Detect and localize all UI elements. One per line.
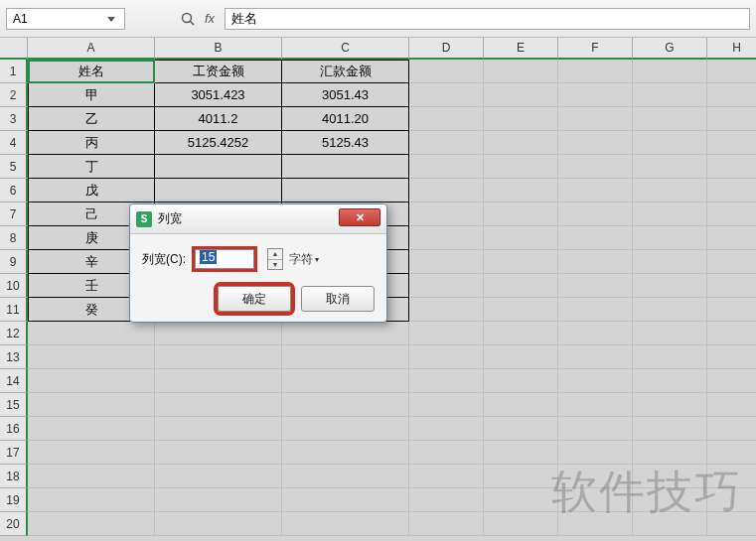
cell-E15[interactable] bbox=[484, 393, 558, 417]
cell-B3[interactable]: 4011.2 bbox=[155, 107, 282, 131]
column-header-C[interactable]: C bbox=[282, 38, 409, 60]
cell-D11[interactable] bbox=[409, 298, 484, 322]
cell-A18[interactable] bbox=[28, 465, 155, 488]
cell-F1[interactable] bbox=[558, 60, 633, 83]
cell-H3[interactable] bbox=[707, 107, 756, 131]
row-header-8[interactable]: 8 bbox=[0, 226, 28, 250]
cell-G4[interactable] bbox=[633, 131, 707, 155]
cell-G18[interactable] bbox=[633, 465, 707, 488]
row-header-7[interactable]: 7 bbox=[0, 203, 28, 226]
cell-F4[interactable] bbox=[558, 131, 633, 155]
cell-D12[interactable] bbox=[409, 322, 484, 345]
cell-A6[interactable]: 戊 bbox=[28, 179, 155, 203]
cell-B1[interactable]: 工资金额 bbox=[155, 60, 282, 83]
cell-A17[interactable] bbox=[28, 441, 155, 465]
row-header-11[interactable]: 11 bbox=[0, 298, 28, 322]
cell-D9[interactable] bbox=[409, 250, 484, 274]
dialog-titlebar[interactable]: S 列宽 ✕ bbox=[130, 204, 386, 234]
cell-G8[interactable] bbox=[633, 226, 707, 250]
cell-A16[interactable] bbox=[28, 417, 155, 441]
cell-C17[interactable] bbox=[282, 441, 409, 465]
cell-E4[interactable] bbox=[484, 131, 558, 155]
cell-C14[interactable] bbox=[282, 369, 409, 393]
cell-F17[interactable] bbox=[558, 441, 633, 465]
cell-G20[interactable] bbox=[633, 512, 707, 536]
cell-D18[interactable] bbox=[409, 465, 484, 488]
cell-E20[interactable] bbox=[484, 512, 558, 536]
cell-H5[interactable] bbox=[707, 155, 756, 179]
cell-A1[interactable]: 姓名 bbox=[28, 60, 155, 83]
cell-H14[interactable] bbox=[707, 369, 756, 393]
cell-E14[interactable] bbox=[484, 369, 558, 393]
cell-B12[interactable] bbox=[155, 322, 282, 345]
row-header-18[interactable]: 18 bbox=[0, 465, 28, 488]
cell-H18[interactable] bbox=[707, 465, 756, 488]
cell-D19[interactable] bbox=[409, 488, 484, 512]
row-header-2[interactable]: 2 bbox=[0, 83, 28, 107]
cell-H20[interactable] bbox=[707, 512, 756, 536]
cell-G9[interactable] bbox=[633, 250, 707, 274]
column-header-B[interactable]: B bbox=[155, 38, 282, 60]
cell-A5[interactable]: 丁 bbox=[28, 155, 155, 179]
row-header-20[interactable]: 20 bbox=[0, 512, 28, 536]
cell-H2[interactable] bbox=[707, 83, 756, 107]
cell-A19[interactable] bbox=[28, 488, 155, 512]
cell-A15[interactable] bbox=[28, 393, 155, 417]
cell-C3[interactable]: 4011.20 bbox=[282, 107, 409, 131]
cell-E5[interactable] bbox=[484, 155, 558, 179]
cell-H13[interactable] bbox=[707, 345, 756, 369]
cell-E8[interactable] bbox=[484, 226, 558, 250]
cell-F11[interactable] bbox=[558, 298, 633, 322]
cell-D10[interactable] bbox=[409, 274, 484, 298]
cell-H1[interactable] bbox=[707, 60, 756, 83]
cell-D7[interactable] bbox=[409, 203, 484, 226]
row-header-1[interactable]: 1 bbox=[0, 60, 28, 83]
cell-F9[interactable] bbox=[558, 250, 633, 274]
row-header-5[interactable]: 5 bbox=[0, 155, 28, 179]
cell-B20[interactable] bbox=[155, 512, 282, 536]
row-header-4[interactable]: 4 bbox=[0, 131, 28, 155]
cell-G6[interactable] bbox=[633, 179, 707, 203]
cell-E10[interactable] bbox=[484, 274, 558, 298]
row-header-16[interactable]: 16 bbox=[0, 417, 28, 441]
cell-E2[interactable] bbox=[484, 83, 558, 107]
cell-D1[interactable] bbox=[409, 60, 484, 83]
cell-F2[interactable] bbox=[558, 83, 633, 107]
row-header-17[interactable]: 17 bbox=[0, 441, 28, 465]
cell-H16[interactable] bbox=[707, 417, 756, 441]
cell-D4[interactable] bbox=[409, 131, 484, 155]
cell-B19[interactable] bbox=[155, 488, 282, 512]
cell-A2[interactable]: 甲 bbox=[28, 83, 155, 107]
cell-G5[interactable] bbox=[633, 155, 707, 179]
cell-C20[interactable] bbox=[282, 512, 409, 536]
cell-E18[interactable] bbox=[484, 465, 558, 488]
cell-G11[interactable] bbox=[633, 298, 707, 322]
name-box[interactable]: A1 bbox=[6, 8, 125, 30]
cell-A20[interactable] bbox=[28, 512, 155, 536]
cell-F6[interactable] bbox=[558, 179, 633, 203]
column-header-H[interactable]: H bbox=[707, 38, 756, 60]
cell-B13[interactable] bbox=[155, 345, 282, 369]
cell-H10[interactable] bbox=[707, 274, 756, 298]
close-button[interactable]: ✕ bbox=[339, 208, 380, 226]
cell-G7[interactable] bbox=[633, 203, 707, 226]
cell-H4[interactable] bbox=[707, 131, 756, 155]
cell-H9[interactable] bbox=[707, 250, 756, 274]
cell-C5[interactable] bbox=[282, 155, 409, 179]
cell-G1[interactable] bbox=[633, 60, 707, 83]
cell-F10[interactable] bbox=[558, 274, 633, 298]
row-header-15[interactable]: 15 bbox=[0, 393, 28, 417]
spinner-up-icon[interactable]: ▲ bbox=[268, 249, 282, 260]
column-header-G[interactable]: G bbox=[633, 38, 707, 60]
cell-G12[interactable] bbox=[633, 322, 707, 345]
cell-B4[interactable]: 5125.4252 bbox=[155, 131, 282, 155]
cell-F15[interactable] bbox=[558, 393, 633, 417]
cell-F20[interactable] bbox=[558, 512, 633, 536]
cell-E13[interactable] bbox=[484, 345, 558, 369]
cell-G15[interactable] bbox=[633, 393, 707, 417]
cell-F12[interactable] bbox=[558, 322, 633, 345]
cell-H12[interactable] bbox=[707, 322, 756, 345]
row-header-13[interactable]: 13 bbox=[0, 345, 28, 369]
cell-F14[interactable] bbox=[558, 369, 633, 393]
cell-E17[interactable] bbox=[484, 441, 558, 465]
